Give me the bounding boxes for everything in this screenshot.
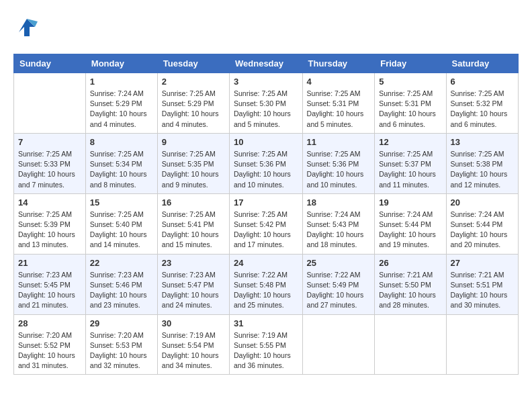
day-number: 17 <box>234 197 298 208</box>
day-number: 28 <box>18 318 81 328</box>
day-number: 24 <box>234 258 298 268</box>
day-number: 30 <box>162 318 225 328</box>
day-info: Sunrise: 7:25 AM Sunset: 5:36 PM Dayligh… <box>307 149 371 190</box>
calendar-cell: 27Sunrise: 7:21 AM Sunset: 5:51 PM Dayli… <box>446 254 518 314</box>
calendar-cell: 26Sunrise: 7:21 AM Sunset: 5:50 PM Dayli… <box>375 254 446 314</box>
calendar-cell: 8Sunrise: 7:25 AM Sunset: 5:34 PM Daylig… <box>85 133 157 193</box>
calendar-week-5: 28Sunrise: 7:20 AM Sunset: 5:52 PM Dayli… <box>14 314 519 375</box>
logo <box>13 13 43 43</box>
calendar-cell: 7Sunrise: 7:25 AM Sunset: 5:33 PM Daylig… <box>14 133 86 193</box>
day-number: 16 <box>162 197 225 208</box>
calendar-cell: 14Sunrise: 7:25 AM Sunset: 5:39 PM Dayli… <box>14 193 86 254</box>
calendar-cell: 22Sunrise: 7:23 AM Sunset: 5:46 PM Dayli… <box>85 254 157 314</box>
day-info: Sunrise: 7:23 AM Sunset: 5:45 PM Dayligh… <box>18 270 81 311</box>
day-number: 11 <box>307 137 371 147</box>
day-info: Sunrise: 7:25 AM Sunset: 5:41 PM Dayligh… <box>162 210 225 250</box>
day-info: Sunrise: 7:25 AM Sunset: 5:32 PM Dayligh… <box>451 89 514 130</box>
calendar-week-4: 21Sunrise: 7:23 AM Sunset: 5:45 PM Dayli… <box>14 254 519 314</box>
day-info: Sunrise: 7:25 AM Sunset: 5:30 PM Dayligh… <box>234 89 298 130</box>
calendar-cell: 4Sunrise: 7:25 AM Sunset: 5:31 PM Daylig… <box>302 73 375 134</box>
day-number: 5 <box>379 77 441 87</box>
weekday-header-monday: Monday <box>85 54 157 73</box>
day-info: Sunrise: 7:24 AM Sunset: 5:44 PM Dayligh… <box>451 210 514 250</box>
calendar-cell: 28Sunrise: 7:20 AM Sunset: 5:52 PM Dayli… <box>14 314 86 375</box>
day-info: Sunrise: 7:25 AM Sunset: 5:36 PM Dayligh… <box>234 149 298 190</box>
day-number: 18 <box>307 197 371 208</box>
day-info: Sunrise: 7:21 AM Sunset: 5:51 PM Dayligh… <box>451 270 514 311</box>
day-number: 31 <box>234 318 298 328</box>
day-number: 2 <box>162 77 225 87</box>
calendar-week-1: 1Sunrise: 7:24 AM Sunset: 5:29 PM Daylig… <box>14 73 519 134</box>
page-header <box>13 13 519 43</box>
calendar-cell <box>302 314 375 375</box>
calendar-cell: 31Sunrise: 7:19 AM Sunset: 5:55 PM Dayli… <box>230 314 303 375</box>
day-number: 25 <box>307 258 371 268</box>
day-info: Sunrise: 7:24 AM Sunset: 5:29 PM Dayligh… <box>90 89 153 130</box>
day-number: 23 <box>162 258 225 268</box>
day-number: 3 <box>234 77 298 87</box>
day-info: Sunrise: 7:20 AM Sunset: 5:52 PM Dayligh… <box>18 330 81 371</box>
day-info: Sunrise: 7:25 AM Sunset: 5:34 PM Dayligh… <box>90 149 153 190</box>
day-number: 21 <box>18 258 81 268</box>
calendar-cell: 19Sunrise: 7:24 AM Sunset: 5:44 PM Dayli… <box>375 193 446 254</box>
day-info: Sunrise: 7:25 AM Sunset: 5:38 PM Dayligh… <box>451 149 514 190</box>
day-info: Sunrise: 7:25 AM Sunset: 5:33 PM Dayligh… <box>18 149 81 190</box>
day-number: 4 <box>307 77 371 87</box>
calendar-cell <box>446 314 518 375</box>
calendar-cell: 13Sunrise: 7:25 AM Sunset: 5:38 PM Dayli… <box>446 133 518 193</box>
day-info: Sunrise: 7:23 AM Sunset: 5:46 PM Dayligh… <box>90 270 153 311</box>
calendar-cell: 5Sunrise: 7:25 AM Sunset: 5:31 PM Daylig… <box>375 73 446 134</box>
calendar-cell: 12Sunrise: 7:25 AM Sunset: 5:37 PM Dayli… <box>375 133 446 193</box>
weekday-header-tuesday: Tuesday <box>157 54 229 73</box>
calendar-cell: 11Sunrise: 7:25 AM Sunset: 5:36 PM Dayli… <box>302 133 375 193</box>
logo-bird-icon <box>13 13 40 43</box>
calendar-cell: 2Sunrise: 7:25 AM Sunset: 5:29 PM Daylig… <box>157 73 229 134</box>
day-info: Sunrise: 7:22 AM Sunset: 5:48 PM Dayligh… <box>234 270 298 311</box>
day-number: 14 <box>18 197 81 208</box>
day-number: 1 <box>90 77 153 87</box>
day-info: Sunrise: 7:25 AM Sunset: 5:31 PM Dayligh… <box>307 89 371 130</box>
calendar-cell: 9Sunrise: 7:25 AM Sunset: 5:35 PM Daylig… <box>157 133 229 193</box>
day-number: 22 <box>90 258 153 268</box>
day-number: 29 <box>90 318 153 328</box>
day-info: Sunrise: 7:25 AM Sunset: 5:37 PM Dayligh… <box>379 149 441 190</box>
day-number: 12 <box>379 137 441 147</box>
day-info: Sunrise: 7:25 AM Sunset: 5:31 PM Dayligh… <box>379 89 441 130</box>
weekday-header-sunday: Sunday <box>14 54 86 73</box>
day-number: 19 <box>379 197 441 208</box>
calendar-cell: 25Sunrise: 7:22 AM Sunset: 5:49 PM Dayli… <box>302 254 375 314</box>
day-info: Sunrise: 7:25 AM Sunset: 5:39 PM Dayligh… <box>18 210 81 250</box>
day-number: 27 <box>451 258 514 268</box>
calendar-cell <box>375 314 446 375</box>
calendar-cell: 21Sunrise: 7:23 AM Sunset: 5:45 PM Dayli… <box>14 254 86 314</box>
day-info: Sunrise: 7:23 AM Sunset: 5:47 PM Dayligh… <box>162 270 225 311</box>
weekday-header-thursday: Thursday <box>302 54 375 73</box>
day-number: 8 <box>90 137 153 147</box>
day-number: 6 <box>451 77 514 87</box>
calendar-cell: 3Sunrise: 7:25 AM Sunset: 5:30 PM Daylig… <box>230 73 303 134</box>
weekday-header-wednesday: Wednesday <box>230 54 303 73</box>
calendar-cell: 20Sunrise: 7:24 AM Sunset: 5:44 PM Dayli… <box>446 193 518 254</box>
calendar-cell: 16Sunrise: 7:25 AM Sunset: 5:41 PM Dayli… <box>157 193 229 254</box>
calendar-cell: 30Sunrise: 7:19 AM Sunset: 5:54 PM Dayli… <box>157 314 229 375</box>
day-info: Sunrise: 7:25 AM Sunset: 5:35 PM Dayligh… <box>162 149 225 190</box>
day-number: 9 <box>162 137 225 147</box>
day-info: Sunrise: 7:19 AM Sunset: 5:54 PM Dayligh… <box>162 330 225 371</box>
calendar-cell: 10Sunrise: 7:25 AM Sunset: 5:36 PM Dayli… <box>230 133 303 193</box>
page-container: SundayMondayTuesdayWednesdayThursdayFrid… <box>13 13 519 375</box>
calendar-cell: 6Sunrise: 7:25 AM Sunset: 5:32 PM Daylig… <box>446 73 518 134</box>
calendar-cell: 15Sunrise: 7:25 AM Sunset: 5:40 PM Dayli… <box>85 193 157 254</box>
calendar-cell: 24Sunrise: 7:22 AM Sunset: 5:48 PM Dayli… <box>230 254 303 314</box>
calendar-cell: 29Sunrise: 7:20 AM Sunset: 5:53 PM Dayli… <box>85 314 157 375</box>
day-info: Sunrise: 7:21 AM Sunset: 5:50 PM Dayligh… <box>379 270 441 311</box>
calendar-cell: 18Sunrise: 7:24 AM Sunset: 5:43 PM Dayli… <box>302 193 375 254</box>
day-number: 15 <box>90 197 153 208</box>
weekday-header-friday: Friday <box>375 54 446 73</box>
day-info: Sunrise: 7:25 AM Sunset: 5:42 PM Dayligh… <box>234 210 298 250</box>
day-info: Sunrise: 7:22 AM Sunset: 5:49 PM Dayligh… <box>307 270 371 311</box>
calendar-cell: 23Sunrise: 7:23 AM Sunset: 5:47 PM Dayli… <box>157 254 229 314</box>
calendar-cell: 1Sunrise: 7:24 AM Sunset: 5:29 PM Daylig… <box>85 73 157 134</box>
day-info: Sunrise: 7:24 AM Sunset: 5:43 PM Dayligh… <box>307 210 371 250</box>
day-info: Sunrise: 7:25 AM Sunset: 5:40 PM Dayligh… <box>90 210 153 250</box>
day-info: Sunrise: 7:25 AM Sunset: 5:29 PM Dayligh… <box>162 89 225 130</box>
